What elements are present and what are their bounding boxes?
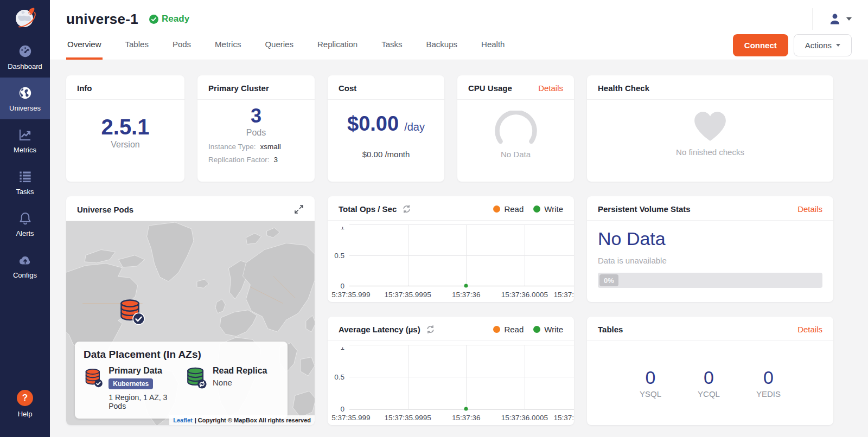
yedis-count: 0 (756, 368, 781, 388)
ycql-count: 0 (698, 368, 720, 388)
plot-area: 1 0.5 0 (349, 224, 574, 286)
sidebar-item-metrics[interactable]: Metrics (0, 119, 50, 161)
x-axis-labels: 5:37:35.999 15:37:35.9995 15:37:36 15:37… (349, 414, 574, 422)
line-chart-icon (18, 127, 33, 142)
heart-icon (692, 110, 728, 142)
plot-area: 1 0.5 0 (349, 345, 574, 409)
data-placement-title: Data Placement (In AZs) (84, 349, 279, 361)
ycql-label: YCQL (698, 389, 720, 399)
tab-overview[interactable]: Overview (66, 31, 103, 60)
card-title: Tables (598, 325, 623, 334)
primary-data-entry: Primary Data Kubernetes 1 Region, 1 AZ, … (84, 366, 177, 410)
sidebar-item-label: Tasks (16, 188, 34, 196)
sidebar-item-help[interactable]: ? Help (0, 382, 50, 425)
card-average-latency: Average Latency (µs) Read Write 1 0.5 (328, 317, 574, 425)
refresh-icon[interactable] (426, 325, 435, 334)
map-attribution: Leaflet | Copyright © MapBox All rights … (169, 415, 315, 425)
attribution-text: | Copyright © MapBox All rights reserved (195, 417, 311, 423)
chart-legend: Read Write (493, 204, 563, 214)
sidebar-item-alerts[interactable]: Alerts (0, 203, 50, 245)
x-tick: 15:37: (553, 291, 574, 299)
y-tick-0: 0 (340, 282, 344, 290)
sidebar-item-configs[interactable]: Configs (0, 245, 50, 286)
x-axis-labels: 5:37:35.999 15:37:35.9995 15:37:36 15:37… (349, 291, 574, 299)
card-title: Health Check (598, 83, 649, 93)
y-tick-05: 0.5 (334, 251, 344, 259)
tab-queries[interactable]: Queries (264, 31, 295, 60)
card-title: Primary Cluster (208, 83, 269, 93)
sidebar-item-universes[interactable]: Universes (0, 78, 50, 119)
ysql-counter: 0 YSQL (640, 368, 661, 398)
sidebar-item-dashboard[interactable]: Dashboard (0, 36, 50, 78)
user-avatar-icon (828, 12, 842, 26)
cpu-details-link[interactable]: Details (538, 83, 563, 93)
tab-metrics[interactable]: Metrics (214, 31, 242, 60)
actions-label: Actions (805, 41, 832, 50)
card-title: Total Ops / Sec (339, 204, 397, 214)
x-tick: 15:37:35.9995 (384, 291, 431, 299)
x-tick: 15:37:36 (452, 414, 481, 422)
card-title: CPU Usage (468, 83, 512, 93)
actions-button[interactable]: Actions (794, 34, 852, 56)
read-legend-dot (493, 205, 500, 213)
ysql-count: 0 (640, 368, 661, 388)
card-title: Persistent Volume Stats (598, 204, 691, 214)
x-tick: 15:37:36.0005 (501, 291, 548, 299)
version-label: Version (111, 140, 139, 150)
tab-backups[interactable]: Backups (425, 31, 459, 60)
read-replica-label: Read Replica (213, 366, 267, 376)
tables-details-link[interactable]: Details (797, 325, 822, 334)
x-tick: 15:37: (553, 414, 574, 422)
tab-tables[interactable]: Tables (124, 31, 150, 60)
page-title: universe-1 (66, 11, 138, 28)
cost-per-month: $0.00 /month (362, 150, 410, 159)
tab-pods[interactable]: Pods (171, 31, 192, 60)
card-cpu-usage: CPU Usage Details No Data (457, 75, 574, 182)
cpu-empty-label: No Data (501, 150, 531, 159)
chevron-down-icon (836, 44, 840, 47)
cloud-upload-icon (18, 253, 33, 267)
version-value: 2.5.1 (101, 115, 150, 139)
x-tick: 15:37:36.0005 (501, 414, 548, 422)
overview-grid: Info 2.5.1 Version Primary Cluster 3 Pod… (50, 60, 868, 437)
gauge-icon (18, 44, 33, 59)
replication-factor-key: Replication Factor: (208, 156, 270, 164)
x-tick: 5:37:35.999 (331, 414, 370, 422)
check-circle-icon (149, 15, 158, 24)
user-menu[interactable] (812, 8, 852, 30)
y-tick-1: 1 (340, 343, 344, 351)
volume-subtitle: Data is unavailable (598, 256, 822, 265)
refresh-icon[interactable] (402, 204, 411, 214)
primary-data-label: Primary Data (108, 366, 177, 376)
main-area: universe-1 Ready Overview Tables Pods (50, 0, 868, 437)
gauge-arc-icon (488, 111, 544, 144)
tab-health[interactable]: Health (480, 31, 506, 60)
list-icon (18, 169, 33, 184)
pods-count: 3 (208, 105, 304, 127)
read-legend-label: Read (504, 204, 524, 214)
connect-button[interactable]: Connect (733, 34, 788, 56)
yedis-counter: 0 YEDIS (756, 368, 781, 398)
sidebar-item-label: Help (18, 410, 33, 418)
chevron-down-icon (846, 17, 852, 21)
instance-type-value: xsmall (260, 143, 281, 151)
volume-details-link[interactable]: Details (797, 204, 822, 214)
sidebar-item-tasks[interactable]: Tasks (0, 161, 50, 203)
sidebar-item-label: Alerts (16, 229, 34, 237)
leaflet-link[interactable]: Leaflet (173, 417, 192, 423)
ycql-counter: 0 YCQL (698, 368, 720, 398)
read-replica-value: None (213, 378, 267, 387)
card-title: Info (77, 83, 92, 93)
cost-per-day-value: $0.00 (347, 113, 399, 136)
card-primary-cluster: Primary Cluster 3 Pods Instance Type: xs… (197, 75, 315, 182)
card-cost: Cost $0.00 /day $0.00 /month (328, 75, 444, 182)
tab-replication[interactable]: Replication (316, 31, 359, 60)
replication-factor-value: 3 (274, 156, 278, 164)
expand-icon[interactable] (294, 204, 304, 214)
tab-tasks[interactable]: Tasks (380, 31, 403, 60)
pods-map[interactable]: Data Placement (In AZs) (66, 221, 315, 425)
yugabyte-planet-logo (0, 0, 50, 36)
read-legend-label: Read (504, 325, 524, 334)
status-label: Ready (162, 14, 189, 24)
y-tick-1: 1 (340, 223, 344, 231)
